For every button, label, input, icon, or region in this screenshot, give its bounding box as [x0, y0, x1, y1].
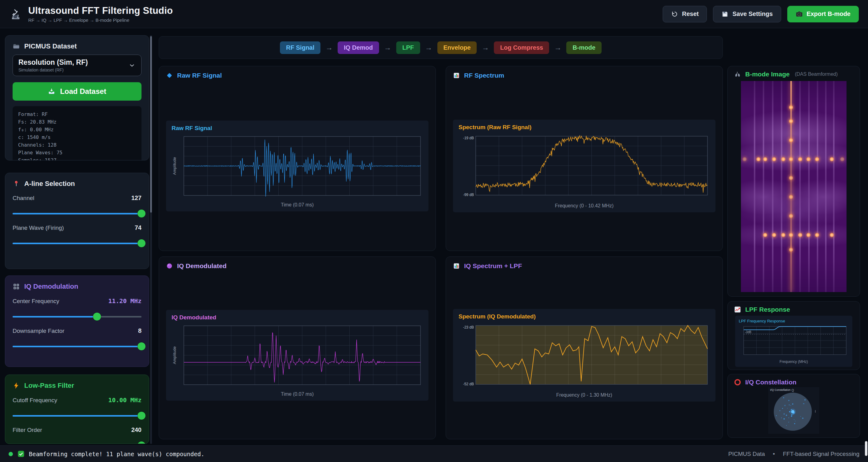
sidebar-scrollbar-thumb[interactable] — [150, 36, 152, 212]
lpf-response-panel: LPF Response LPF Frequency Response -3dB… — [727, 301, 860, 370]
filter-order-slider[interactable] — [12, 441, 142, 444]
iq-spectrum-chart: -23 dB-52 dB — [459, 323, 710, 390]
downsample-factor-slider[interactable] — [12, 342, 142, 350]
raw-rf-panel: Raw RF Signal Raw RF Signal Amplitude Ti… — [159, 66, 436, 251]
rf-spectrum-chart: -19 dB-99 dB — [459, 134, 710, 201]
rf-spectrum-plot-card: Spectrum (Raw RF Signal) -19 dB-99 dB Fr… — [453, 120, 715, 212]
slider-thumb[interactable] — [93, 312, 101, 321]
bmode-scatterer-dot — [781, 233, 786, 237]
svg-text:Amplitude: Amplitude — [172, 346, 177, 364]
iq-demodulated-panel-title: IQ Demodulated — [177, 262, 226, 270]
dataset-info-line: c: 1540 m/s — [18, 133, 136, 141]
title-block: Ultrasound FFT Filtering Studio RF → IQ … — [28, 5, 173, 23]
reset-button[interactable]: Reset — [663, 6, 707, 23]
export-button[interactable]: Export B-mode — [787, 6, 859, 23]
bmode-scatterer-dot — [788, 213, 794, 219]
header-actions: ResetSave SettingsExport B-mode — [663, 6, 859, 23]
bmode-scatterer-dot — [756, 157, 761, 162]
lpf-sliders: Cutoff Frequency10.00 MHzFilter Order240 — [12, 396, 142, 444]
page-subtitle: RF → IQ → LPF → Envelope → B-mode Pipeli… — [28, 18, 173, 23]
raw-rf-panel-header: Raw RF Signal — [159, 66, 436, 81]
dataset-info-line: Format: RF — [18, 110, 136, 118]
slider-thumb[interactable] — [137, 342, 146, 350]
plane-wave-firing--slider[interactable] — [12, 239, 142, 247]
center-frequency-slider[interactable] — [12, 312, 142, 321]
pipeline-arrow-icon: → — [326, 43, 333, 52]
lpf-card-title: Low-Pass Filter — [24, 382, 74, 390]
bmode-scatterer-dot — [788, 175, 794, 180]
slider-thumb[interactable] — [137, 209, 146, 218]
iq-demodulated-xlabel: Time (0.07 ms) — [172, 391, 423, 397]
lpf-card-header: Low-Pass Filter — [12, 382, 142, 390]
iq-spectrum-panel-title: IQ Spectrum + LPF — [464, 262, 522, 270]
iq-spectrum-panel-header: IQ Spectrum + LPF — [446, 257, 722, 271]
dataset-select[interactable]: Resolution (Sim, RF) Simulation dataset … — [12, 55, 142, 76]
bmode-scatterer-dot — [829, 233, 834, 237]
rf-spectrum-plot-title: Spectrum (Raw RF Signal) — [459, 124, 710, 131]
page-scrollbar-thumb[interactable] — [865, 441, 867, 456]
raw-rf-panel-title: Raw RF Signal — [177, 72, 222, 79]
rf-spectrum-panel: RF Spectrum Spectrum (Raw RF Signal) -19… — [446, 66, 723, 251]
control-value: 11.20 MHz — [108, 297, 142, 305]
status-right-group: PICMUS Data•FFT-based Signal Processing — [728, 451, 859, 457]
bmode-scatterer-dot — [798, 233, 803, 237]
reset-button-label: Reset — [682, 10, 699, 18]
status-message: Beamforming complete! 11 plane wave(s) c… — [29, 451, 205, 457]
pipeline-arrow-icon: → — [482, 43, 489, 52]
status-right-item: FFT-based Signal Processing — [783, 451, 859, 457]
dataset-info-line: Fs: 20.83 MHz — [18, 118, 136, 126]
control-label: Channel — [12, 195, 34, 202]
iq-spectrum-plot-title: Spectrum (IQ Demodulated) — [459, 313, 710, 320]
cutoff-frequency-slider[interactable] — [12, 412, 142, 420]
channel-slider[interactable] — [12, 209, 142, 218]
bmode-image — [741, 81, 846, 292]
inbox-tray-icon — [48, 88, 55, 95]
iq-demodulated-panel-body: IQ Demodulated Amplitude Time (0.07 ms) — [159, 271, 436, 439]
reset-icon — [671, 10, 678, 18]
lpf-card: Low-Pass Filter Cutoff Frequency10.00 MH… — [5, 374, 149, 444]
load-dataset-button[interactable]: Load Dataset — [12, 82, 142, 101]
raw-rf-plot-title: Raw RF Signal — [172, 125, 423, 132]
bmode-scatterer-dot — [788, 247, 794, 252]
bmode-scatterer-dot — [772, 157, 777, 162]
constellation-panel: I/Q Constellation I/Q ConstellationQI — [727, 374, 860, 438]
pipeline-arrow-icon: → — [554, 43, 561, 52]
bmode-scatterer-dot — [806, 233, 811, 237]
slider-thumb[interactable] — [137, 412, 146, 420]
iq-card-title: IQ Demodulation — [24, 283, 78, 291]
bmode-center-line — [790, 81, 792, 292]
svg-text:-99 dB: -99 dB — [463, 192, 474, 197]
svg-text:I/Q Constellation: I/Q Constellation — [770, 388, 790, 391]
pipeline-step-lpf: LPF — [396, 41, 420, 54]
control-value: 8 — [138, 327, 142, 334]
control-value: 240 — [131, 426, 142, 433]
slider-thumb[interactable] — [137, 239, 146, 247]
status-right-item: PICMUS Data — [728, 451, 765, 457]
dataset-select-text: Resolution (Sim, RF) Simulation dataset … — [19, 58, 88, 72]
slider-thumb[interactable] — [137, 441, 146, 444]
bar-chart-icon — [453, 72, 460, 79]
control-row: Filter Order240 — [12, 426, 142, 433]
control-label: Filter Order — [12, 427, 42, 433]
aline-card-header: A-line Selection — [12, 180, 142, 188]
camera-icon — [796, 10, 803, 18]
bmode-panel-title: B-mode Image — [745, 71, 790, 78]
iq-demodulated-panel: IQ Demodulated IQ Demodulated Amplitude … — [159, 257, 436, 439]
check-icon — [17, 450, 25, 458]
dataset-info-box: Format: RFFs: 20.83 MHzf₀: 0.00 MHzc: 15… — [12, 106, 142, 160]
control-row: Cutoff Frequency10.00 MHz — [12, 396, 142, 404]
save-button[interactable]: Save Settings — [713, 6, 781, 23]
lpf-response-xlabel: Frequency (MHz) — [739, 360, 849, 364]
slider-fill — [12, 415, 142, 417]
bmode-scatterer-dot — [788, 119, 794, 124]
pipeline-arrow-icon: → — [425, 43, 432, 52]
iq-demodulated-plot-title: IQ Demodulated — [172, 314, 423, 321]
bmode-scatterer-dot — [763, 233, 768, 237]
rf-spectrum-panel-body: Spectrum (Raw RF Signal) -19 dB-99 dB Fr… — [446, 81, 722, 251]
lpf-response-plot-card: LPF Frequency Response -3dB Frequency (M… — [735, 316, 852, 367]
bmode-panel: B-mode Image (DAS Beamformed) — [727, 66, 860, 297]
bmode-streak — [754, 81, 755, 292]
bmode-streak — [833, 81, 835, 292]
control-label: Cutoff Frequency — [12, 397, 57, 404]
raw-rf-panel-body: Raw RF Signal Amplitude Time (0.07 ms) — [159, 81, 436, 251]
